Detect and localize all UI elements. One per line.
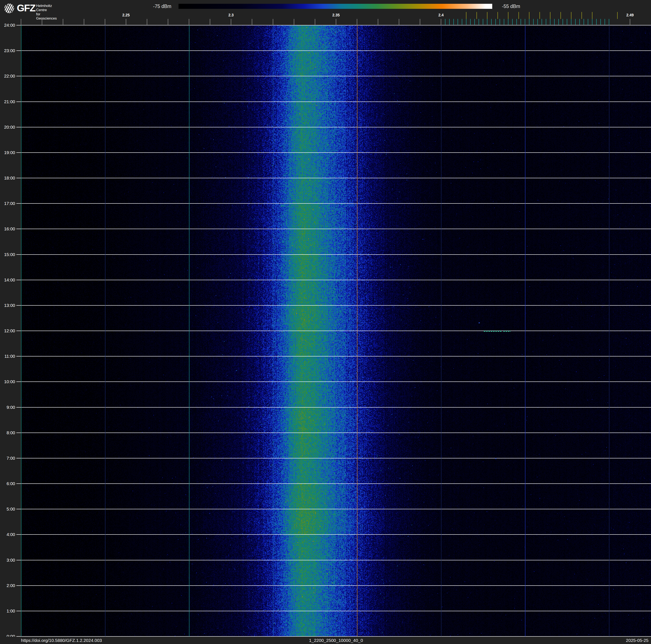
hour-gridline xyxy=(17,254,651,255)
ble-channel-tick xyxy=(558,19,559,25)
time-tick-label: 1:00 xyxy=(0,608,15,614)
ble-channel-tick xyxy=(604,19,605,25)
ble-channel-tick xyxy=(588,19,588,25)
wifi-channel-tick xyxy=(582,12,582,19)
time-tick-label: 5:00 xyxy=(0,506,15,512)
time-tick-label: 15:00 xyxy=(0,252,15,257)
signal-burst-dashes xyxy=(484,331,502,332)
ble-channel-tick xyxy=(517,19,517,25)
ble-channel-tick xyxy=(470,19,471,25)
wifi-channel-tick xyxy=(487,12,488,19)
frequency-minor-tick xyxy=(273,19,273,25)
ble-channel-tick xyxy=(512,19,513,25)
frequency-minor-tick xyxy=(252,19,252,25)
time-axis: 24:0023:0022:0021:0020:0019:0018:0017:00… xyxy=(0,25,15,637)
time-tick-label: 24:00 xyxy=(0,23,15,28)
hour-gridline xyxy=(17,433,651,433)
ble-channel-tick xyxy=(478,19,479,25)
wifi-channel-tick xyxy=(529,12,529,19)
ble-channel-tick xyxy=(600,19,601,25)
time-tick-label: 13:00 xyxy=(0,303,15,308)
hour-gridline xyxy=(17,560,651,560)
signal-burst-dashes xyxy=(503,331,511,332)
ble-channel-tick xyxy=(466,19,466,25)
freq-marker-line xyxy=(273,25,273,637)
time-tick-label: 17:00 xyxy=(0,201,15,206)
time-tick-label: 8:00 xyxy=(0,430,15,436)
hour-gridline xyxy=(17,51,651,51)
signal-dot xyxy=(495,458,496,459)
freq-marker-line xyxy=(441,25,441,637)
wifi-channel-tick xyxy=(571,12,571,19)
ble-channel-tick xyxy=(579,19,580,25)
ble-channel-tick xyxy=(525,19,525,25)
ble-channel-tick xyxy=(554,19,555,25)
doi-text: https://doi.org/10.5880/GFZ.1.2.2024.003 xyxy=(21,638,102,643)
ble-channel-tick xyxy=(592,19,592,25)
ble-channel-tick xyxy=(584,19,584,25)
freq-marker-line xyxy=(525,25,525,637)
frequency-minor-tick xyxy=(147,19,147,25)
ble-channel-tick xyxy=(474,19,475,25)
hour-gridline xyxy=(17,280,651,280)
ble-channel-tick xyxy=(495,19,496,25)
ble-channel-tick xyxy=(609,19,609,25)
frequency-tick-label: 2.35 xyxy=(332,13,340,18)
frequency-minor-tick xyxy=(168,19,168,25)
frequency-minor-tick xyxy=(210,19,210,25)
time-tick-label: 16:00 xyxy=(0,226,15,232)
ble-channel-tick xyxy=(487,19,488,25)
freq-marker-line xyxy=(189,25,189,637)
wifi-channel-tick xyxy=(508,12,508,19)
ble-channel-tick xyxy=(508,19,508,25)
spectrogram-page: { "page": { "background": "#222222", "wi… xyxy=(0,0,651,644)
hour-gridline xyxy=(17,101,651,102)
ble-channel-tick xyxy=(521,19,521,25)
footer-bar: https://doi.org/10.5880/GFZ.1.2.2024.003… xyxy=(0,637,651,644)
top-axis-line xyxy=(17,25,651,25)
wifi-channel-tick xyxy=(617,12,618,19)
frequency-minor-tick xyxy=(315,19,315,25)
hour-gridline xyxy=(17,585,651,586)
date-text: 2025-05-25 xyxy=(626,638,649,643)
wifi-channel-tick xyxy=(497,12,498,19)
hour-gridline xyxy=(17,407,651,408)
wifi-channel-tick xyxy=(519,12,519,19)
time-tick-label: 9:00 xyxy=(0,405,15,410)
time-tick-label: 12:00 xyxy=(0,328,15,333)
time-tick-label: 14:00 xyxy=(0,277,15,283)
ble-channel-tick xyxy=(563,19,563,25)
hour-gridline xyxy=(17,381,651,382)
frequency-minor-tick xyxy=(21,19,21,25)
ble-channel-tick xyxy=(458,19,458,25)
ble-channel-tick xyxy=(491,19,492,25)
time-tick-label: 7:00 xyxy=(0,456,15,461)
time-tick-label: 3:00 xyxy=(0,557,15,563)
time-tick-label: 18:00 xyxy=(0,175,15,181)
frequency-minor-tick xyxy=(357,19,357,25)
ble-channel-tick xyxy=(546,19,546,25)
dataset-id-text: 1_2200_2500_10000_40_0 xyxy=(309,638,363,643)
ble-channel-tick xyxy=(462,19,462,25)
hour-gridline xyxy=(17,611,651,611)
freq-marker-line xyxy=(357,25,358,637)
wifi-channel-tick xyxy=(560,12,561,19)
freq-marker-line xyxy=(105,25,105,637)
ble-channel-tick xyxy=(533,19,534,25)
signal-dot xyxy=(478,322,480,323)
ble-channel-tick xyxy=(550,19,550,25)
wifi-channel-tick xyxy=(466,12,466,19)
freq-marker-line xyxy=(609,25,610,637)
ble-channel-tick xyxy=(575,19,576,25)
ble-channel-tick xyxy=(483,19,483,25)
ble-channel-tick xyxy=(567,19,567,25)
frequency-minor-tick xyxy=(126,19,126,25)
ble-channel-tick xyxy=(541,19,542,25)
hour-gridline xyxy=(17,356,651,356)
wifi-channel-tick xyxy=(539,12,540,19)
ble-channel-tick xyxy=(537,19,538,25)
frequency-minor-tick xyxy=(294,19,294,25)
hour-gridline xyxy=(17,76,651,76)
time-tick-label: 2:00 xyxy=(0,583,15,588)
frequency-tick-label: 2.25 xyxy=(122,13,130,18)
